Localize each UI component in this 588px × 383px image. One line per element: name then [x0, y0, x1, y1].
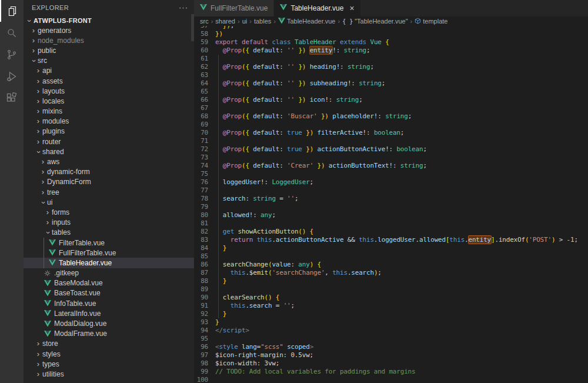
code-line-93[interactable]: 93}: [194, 318, 588, 327]
code-line-82[interactable]: 82 get showActionButton() {: [194, 228, 588, 236]
code-line-95[interactable]: 95: [194, 335, 588, 343]
code-line-83[interactable]: 83 return this.actionButtonActive && thi…: [194, 236, 588, 244]
code-line-90[interactable]: 90 clearSearch() {: [194, 294, 588, 302]
tree-item-ModalDialog.vue[interactable]: ModalDialog.vue: [24, 318, 194, 328]
code-line-92[interactable]: 92 }: [194, 310, 588, 318]
close-icon[interactable]: ×: [349, 5, 354, 12]
code-line-77[interactable]: 77: [194, 186, 588, 195]
tree-item-ModalFrame.vue[interactable]: ModalFrame.vue: [24, 329, 194, 339]
tree-item-LateralInfo.vue[interactable]: LateralInfo.vue: [24, 308, 194, 318]
breadcrumb-item-TableHeader.vue[interactable]: { }"TableHeader.vue": [342, 18, 407, 25]
tree-item-assets[interactable]: ›assets: [24, 76, 194, 86]
code-line-97[interactable]: 97$icon-right-margin: 0.5vw;: [194, 351, 588, 359]
code-line-84[interactable]: 84 }: [194, 244, 588, 252]
code-line-99[interactable]: 99// TODO: Add local variables for paddi…: [194, 368, 588, 376]
code-line-96[interactable]: 96<style lang="scss" scoped>: [194, 343, 588, 351]
code-line-73[interactable]: 73: [194, 154, 588, 162]
tree-item-inputs[interactable]: ›inputs: [24, 218, 194, 228]
code-line-78[interactable]: 78 search: string = '';: [194, 195, 588, 203]
run-debug-icon[interactable]: [0, 65, 24, 87]
tree-item-utilities[interactable]: ›utilities: [24, 369, 194, 379]
code-line-87[interactable]: 87 this.$emit('searchChange', this.searc…: [194, 269, 588, 277]
tree-item-mixins[interactable]: ›mixins: [24, 106, 194, 116]
code-line-66[interactable]: 66 @Prop({ default: '' }) icon!: string;: [194, 96, 588, 104]
workspace-root[interactable]: › ATWPLUS-FRONT: [24, 15, 194, 26]
tree-item-aws[interactable]: ›aws: [24, 156, 194, 166]
code-line-100[interactable]: 100: [194, 376, 588, 383]
tree-item-styles[interactable]: ›styles: [24, 349, 194, 359]
code-line-71[interactable]: 71: [194, 137, 588, 145]
code-text: [208, 88, 215, 96]
code-line-79[interactable]: 79: [194, 203, 588, 211]
search-icon[interactable]: [0, 22, 24, 44]
code-line-61[interactable]: 61: [194, 55, 588, 63]
code-line-94[interactable]: 94</script>: [194, 327, 588, 335]
code-line-85[interactable]: 85: [194, 252, 588, 261]
tree-item-TableHeader.vue[interactable]: TableHeader.vue: [24, 258, 194, 268]
tree-item-FilterTable.vue[interactable]: FilterTable.vue: [24, 238, 194, 248]
tree-item-store[interactable]: ›store: [24, 339, 194, 349]
source-control-icon[interactable]: [0, 44, 24, 65]
tree-item-dynamic-form[interactable]: ›dynamic-form: [24, 167, 194, 177]
tree-item-tree[interactable]: ›tree: [24, 187, 194, 197]
code-line-57[interactable]: 57 });: [194, 26, 588, 30]
code-line-69[interactable]: 69: [194, 121, 588, 129]
code-line-60[interactable]: 60 @Prop({ default: '' }) entity!: strin…: [194, 46, 588, 55]
breadcrumb-item-shared[interactable]: shared: [215, 18, 235, 25]
code-line-64[interactable]: 64 @Prop({ default: '' }) subheading!: s…: [194, 79, 588, 88]
tree-item-layouts[interactable]: ›layouts: [24, 86, 194, 96]
code-line-76[interactable]: 76 loggedUser!: LoggedUser;: [194, 178, 588, 186]
tree-item-DynamicForm[interactable]: ›DynamicForm: [24, 177, 194, 187]
tree-item-types[interactable]: ›types: [24, 359, 194, 369]
code-text: @Prop({ default: '' }) subheading!: stri…: [208, 79, 385, 88]
tree-item-forms[interactable]: ›forms: [24, 207, 194, 217]
tab-FullFilterTable.vue[interactable]: FullFilterTable.vue: [194, 0, 274, 16]
tree-item-tables[interactable]: ›tables: [24, 228, 194, 238]
code-line-75[interactable]: 75: [194, 170, 588, 178]
code-line-81[interactable]: 81: [194, 219, 588, 228]
breadcrumb-item-src[interactable]: src: [200, 18, 209, 25]
editor[interactable]: 57 });58})59export default class TableHe…: [194, 26, 588, 383]
code-line-58[interactable]: 58}): [194, 30, 588, 38]
code-line-63[interactable]: 63: [194, 71, 588, 79]
code-line-72[interactable]: 72 @Prop({ default: true }) actionButton…: [194, 145, 588, 154]
tree-item-clipped[interactable]: ›: [24, 379, 194, 383]
code-line-88[interactable]: 88 }: [194, 277, 588, 285]
code-line-59[interactable]: 59export default class TableHeader exten…: [194, 38, 588, 46]
code-line-67[interactable]: 67: [194, 104, 588, 112]
tree-item-FullFilterTable.vue[interactable]: FullFilterTable.vue: [24, 248, 194, 258]
tree-item-locales[interactable]: ›locales: [24, 96, 194, 106]
extensions-icon[interactable]: [0, 87, 24, 109]
tree-item-public[interactable]: ›public: [24, 45, 194, 55]
tree-item-InfoTable.vue[interactable]: InfoTable.vue: [24, 298, 194, 308]
tree-item-ui[interactable]: ›ui: [24, 197, 194, 207]
tree-item-generators[interactable]: ›generators: [24, 25, 194, 35]
code-line-74[interactable]: 74 @Prop({ default: 'Crear' }) actionBut…: [194, 162, 588, 170]
code-line-89[interactable]: 89: [194, 285, 588, 294]
tree-item-plugins[interactable]: ›plugins: [24, 126, 194, 136]
code-line-68[interactable]: 68 @Prop({ default: 'Buscar' }) placehol…: [194, 112, 588, 121]
code-line-98[interactable]: 98$icon-width: 3vw;: [194, 359, 588, 368]
explorer-icon[interactable]: [0, 0, 24, 22]
breadcrumb-item-ui[interactable]: ui: [242, 18, 248, 25]
code-line-62[interactable]: 62 @Prop({ default: '' }) heading!: stri…: [194, 63, 588, 71]
tree-item-node_modules[interactable]: ›node_modules: [24, 35, 194, 45]
code-line-86[interactable]: 86 searchChange(value: any) {: [194, 261, 588, 269]
code-line-65[interactable]: 65: [194, 88, 588, 96]
tree-item-.gitkeep[interactable]: .gitkeep: [24, 268, 194, 278]
tree-item-modules[interactable]: ›modules: [24, 116, 194, 126]
breadcrumb-item-template[interactable]: template: [415, 18, 447, 25]
tree-item-api[interactable]: ›api: [24, 66, 194, 76]
more-actions-icon[interactable]: ···: [179, 5, 188, 10]
tree-item-BaseToast.vue[interactable]: BaseToast.vue: [24, 288, 194, 298]
tree-item-BaseModal.vue[interactable]: BaseModal.vue: [24, 278, 194, 288]
breadcrumb-item-tables[interactable]: tables: [254, 18, 271, 25]
tree-item-router[interactable]: ›router: [24, 136, 194, 146]
breadcrumb-item-TableHeader.vue[interactable]: TableHeader.vue: [278, 18, 336, 25]
code-line-91[interactable]: 91 this.search = '';: [194, 302, 588, 310]
tree-item-src[interactable]: ›src: [24, 56, 194, 66]
tree-item-shared[interactable]: ›shared: [24, 146, 194, 156]
tab-TableHeader.vue[interactable]: TableHeader.vue×: [274, 0, 360, 16]
code-line-80[interactable]: 80 allowed!: any;: [194, 211, 588, 219]
code-line-70[interactable]: 70 @Prop({ default: true }) filterActive…: [194, 129, 588, 137]
